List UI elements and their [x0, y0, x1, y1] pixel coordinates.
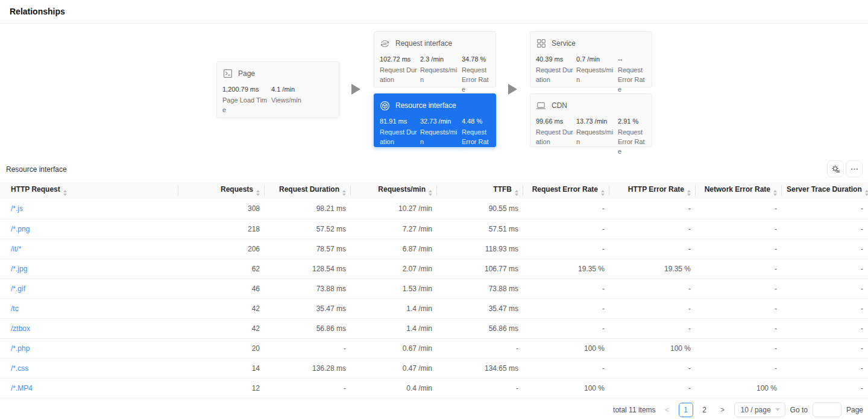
next-page-icon[interactable]: > — [716, 403, 729, 417]
metric-label: Requests/min — [420, 127, 459, 146]
http-request-link[interactable]: /*.js — [11, 204, 23, 213]
http-request-link[interactable]: /it/* — [11, 245, 21, 253]
table-cell: - — [609, 219, 696, 239]
http-request-link[interactable]: /*.jpg — [11, 265, 27, 273]
table-cell: 57.51 ms — [437, 219, 523, 239]
node-metric: --Request Error Rate — [618, 55, 646, 94]
node-title-row: Page — [222, 68, 333, 80]
node-card-service[interactable]: Service 40.39 msRequest Duration0.7 /min… — [530, 31, 652, 87]
table-cell: - — [609, 298, 696, 318]
sort-caret-icon[interactable] — [342, 190, 346, 196]
table-cell: - — [523, 199, 609, 219]
more-options-button[interactable] — [846, 160, 863, 177]
node-card-cdn[interactable]: CDN 99.66 msRequest Duration13.73 /minRe… — [530, 93, 652, 147]
sort-caret-icon[interactable] — [687, 190, 691, 196]
column-header-requests-min[interactable]: Requests/min — [351, 182, 437, 199]
table-cell: 73.88 ms — [265, 279, 351, 298]
column-header-http-error-rate[interactable]: HTTP Error Rate — [609, 182, 696, 199]
http-request-cell: /*.png — [0, 219, 178, 239]
column-header-server-trace-duration[interactable]: Server Trace Duration — [782, 182, 868, 199]
sort-caret-icon[interactable] — [865, 190, 868, 196]
node-title: Request interface — [395, 39, 452, 48]
sort-caret-icon[interactable] — [429, 190, 432, 196]
node-metric: 2.91 %Request Error Rate — [618, 118, 646, 156]
column-header-request-duration[interactable]: Request Duration — [265, 182, 351, 199]
table-cell: - — [696, 338, 782, 358]
page-number-1[interactable]: 1 — [679, 403, 693, 417]
table-cell: 19.35 % — [609, 259, 696, 279]
metric-value: 4.1 /min — [271, 86, 333, 93]
table-row: /tc4235.47 ms1.4 /min35.47 ms---- — [0, 298, 868, 318]
http-request-link[interactable]: /*.css — [11, 364, 28, 373]
node-metric: 13.73 /minRequests/min — [576, 118, 615, 156]
page-size-select[interactable]: 10 / page — [734, 402, 785, 417]
http-request-link[interactable]: /ztbox — [11, 324, 30, 333]
prev-page-icon[interactable]: < — [661, 403, 674, 417]
column-header-request-error-rate[interactable]: Request Error Rate — [523, 182, 609, 199]
table-cell: - — [523, 239, 609, 259]
table-cell: 56.86 ms — [437, 318, 523, 338]
table-section-title: Resource interface — [6, 165, 67, 174]
sort-caret-icon[interactable] — [773, 190, 777, 196]
flow-arrow-icon — [351, 84, 360, 95]
column-header-label: HTTP Request — [11, 185, 60, 194]
column-settings-button[interactable] — [827, 160, 844, 177]
sync-arrows-icon — [380, 39, 390, 49]
node-title: Page — [238, 69, 255, 78]
node-card-page[interactable]: Page 1,200.79 msPage Load Time4.1 /minVi… — [216, 61, 339, 118]
http-request-link[interactable]: /*.gif — [11, 285, 25, 293]
sort-caret-icon[interactable] — [515, 190, 518, 196]
table-cell: 20 — [178, 338, 265, 358]
metric-label: Views/min — [271, 95, 333, 105]
metric-label: Request Error Rate — [618, 127, 646, 156]
table-cell: - — [609, 239, 696, 259]
node-card-resource-interface[interactable]: Resource interface 81.91 msRequest Durat… — [374, 93, 496, 147]
goto-page-input[interactable] — [813, 402, 841, 417]
http-request-link[interactable]: /*.MP4 — [11, 384, 33, 392]
column-header-requests[interactable]: Requests — [178, 182, 265, 199]
http-request-link[interactable]: /*.png — [11, 225, 30, 233]
http-request-link[interactable]: /tc — [11, 304, 19, 313]
table-cell: - — [696, 358, 782, 378]
table-cell: 100 % — [523, 338, 609, 358]
table-cell: - — [782, 318, 868, 338]
http-request-table: HTTP RequestRequestsRequest DurationRequ… — [0, 182, 868, 399]
column-header-label: TTFB — [493, 185, 512, 194]
table-cell: 134.65 ms — [437, 358, 523, 378]
sort-caret-icon[interactable] — [256, 190, 260, 196]
http-request-link[interactable]: /*.php — [11, 344, 30, 353]
metric-label: Requests/min — [420, 65, 459, 84]
metric-value: 81.91 ms — [380, 118, 417, 125]
page-header: Relationships — [0, 0, 868, 24]
column-header-http-request[interactable]: HTTP Request — [0, 182, 178, 199]
http-request-cell: /tc — [0, 298, 178, 318]
table-cell: - — [782, 219, 868, 239]
pagination-total: total 11 items — [613, 406, 655, 414]
table-cell: - — [782, 298, 868, 318]
table-cell: - — [782, 378, 868, 398]
node-metric: 32.73 /minRequests/min — [420, 118, 459, 156]
page-number-2[interactable]: 2 — [698, 403, 711, 417]
metric-value: -- — [618, 55, 646, 63]
table-cell: 0.47 /min — [351, 358, 437, 378]
sort-caret-icon[interactable] — [601, 190, 605, 196]
sort-caret-icon[interactable] — [63, 190, 67, 196]
http-request-cell: /ztbox — [0, 318, 178, 338]
column-header-label: Request Duration — [279, 185, 339, 194]
table-cell: - — [523, 279, 609, 298]
metric-value: 40.39 ms — [536, 55, 573, 63]
table-cell: 73.88 ms — [437, 279, 523, 298]
goto-label: Go to — [790, 406, 808, 414]
column-header-ttfb[interactable]: TTFB — [437, 182, 523, 199]
column-header-network-error-rate[interactable]: Network Error Rate — [696, 182, 782, 199]
table-row: /*.gif4673.88 ms1.53 /min73.88 ms---- — [0, 279, 868, 298]
column-header-label: Server Trace Duration — [787, 185, 862, 194]
metric-value: 13.73 /min — [576, 118, 615, 125]
node-metrics: 81.91 msRequest Duration32.73 /minReques… — [380, 118, 490, 156]
table-cell: 57.52 ms — [265, 219, 351, 239]
metric-value: 34.78 % — [462, 55, 490, 63]
node-title-row: Service — [536, 37, 646, 49]
metric-value: 32.73 /min — [420, 118, 459, 125]
node-card-request-interface[interactable]: Request interface 102.72 msRequest Durat… — [374, 31, 496, 87]
table-cell: - — [265, 378, 351, 398]
